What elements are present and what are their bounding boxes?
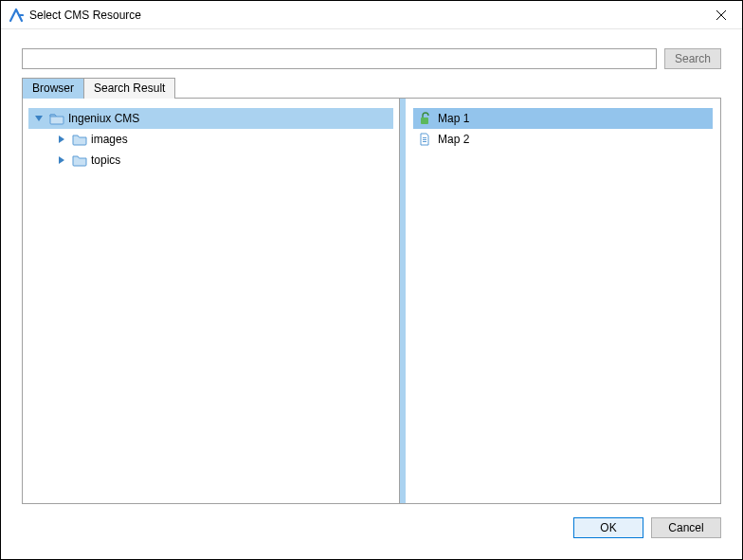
tree-item-label: Ingeniux CMS [68, 112, 139, 125]
cancel-button[interactable]: Cancel [651, 517, 721, 538]
svg-rect-9 [423, 141, 426, 142]
chevron-down-icon[interactable] [32, 114, 45, 123]
ok-button[interactable]: OK [573, 517, 643, 538]
svg-rect-6 [421, 117, 428, 124]
app-icon [9, 8, 24, 23]
folder-icon [72, 153, 87, 168]
tree-item-label: images [91, 133, 128, 146]
search-input[interactable] [22, 48, 657, 69]
content-panels: Ingeniux CMS images topics [22, 98, 721, 504]
tab-search-result[interactable]: Search Result [83, 78, 175, 99]
svg-marker-3 [35, 116, 43, 121]
tree-item-images[interactable]: images [28, 129, 393, 150]
tree-item-topics[interactable]: topics [28, 150, 393, 171]
unlock-icon [417, 111, 432, 126]
tree-item-label: topics [91, 154, 120, 167]
tree-item-root[interactable]: Ingeniux CMS [28, 108, 393, 129]
search-row: Search [1, 29, 742, 77]
folder-icon [72, 132, 87, 147]
tab-label: Search Result [94, 81, 165, 95]
svg-rect-7 [423, 137, 426, 138]
close-button[interactable] [700, 1, 742, 29]
svg-marker-4 [59, 135, 64, 143]
svg-rect-8 [423, 139, 426, 140]
footer-buttons: OK Cancel [1, 517, 742, 559]
list-item[interactable]: Map 1 [413, 108, 713, 129]
document-icon [417, 132, 432, 147]
window-title: Select CMS Resource [29, 9, 700, 22]
list-item[interactable]: Map 2 [413, 129, 713, 150]
folder-open-icon [49, 111, 64, 126]
search-button[interactable]: Search [664, 48, 721, 69]
tree-panel: Ingeniux CMS images topics [23, 99, 400, 503]
tab-browser[interactable]: Browser [22, 78, 84, 99]
chevron-right-icon[interactable] [55, 155, 68, 165]
title-bar: Select CMS Resource [1, 1, 742, 29]
list-panel: Map 1 Map 2 [400, 99, 720, 503]
list-item-label: Map 2 [438, 133, 469, 146]
tab-bar: Browser Search Result [1, 77, 742, 98]
chevron-right-icon[interactable] [55, 135, 68, 144]
svg-marker-5 [59, 156, 64, 164]
tab-label: Browser [32, 81, 74, 95]
list-item-label: Map 1 [438, 112, 469, 125]
